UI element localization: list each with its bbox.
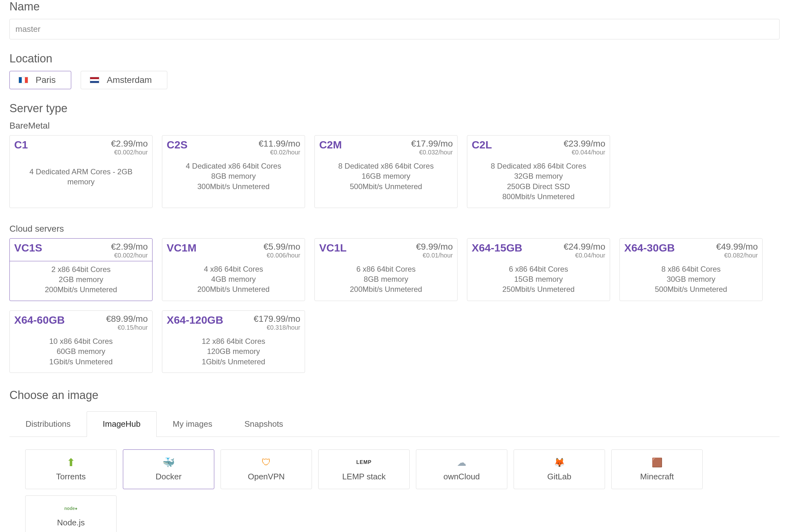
location-amsterdam[interactable]: Amsterdam: [81, 71, 167, 89]
image-card-minecraft[interactable]: 🟫Minecraft: [611, 450, 703, 489]
server-card-x64-60gb[interactable]: X64-60GB€89.99/mo€0.15/hour10 x86 64bit …: [9, 310, 153, 373]
image-card-torrents[interactable]: ⬆Torrents: [25, 450, 117, 489]
image-card-label: Docker: [156, 472, 181, 481]
server-card-c1[interactable]: C1€2.99/mo€0.002/hour4 Dedicated ARM Cor…: [9, 135, 153, 208]
lemp-icon: LEMP: [355, 457, 372, 468]
tab-imagehub[interactable]: ImageHub: [86, 411, 157, 437]
image-card-gitlab[interactable]: 🦊GitLab: [514, 450, 605, 489]
server-card-price: €24.99/mo€0.04/hour: [564, 242, 605, 259]
server-card-specs: 8 Dedicated x86 64bit Cores16GB memory50…: [315, 158, 457, 197]
image-card-label: LEMP stack: [342, 472, 386, 481]
server-card-x64-15gb[interactable]: X64-15GB€24.99/mo€0.04/hour6 x86 64bit C…: [467, 238, 610, 301]
server-card-name: C2L: [472, 139, 492, 151]
server-card-price: €5.99/mo€0.006/hour: [264, 242, 300, 259]
server-group-heading: Cloud servers: [9, 224, 780, 234]
flag-nl-icon: [90, 77, 99, 83]
location-paris[interactable]: Paris: [9, 71, 71, 89]
server-card-specs: 2 x86 64bit Cores2GB memory200Mbit/s Unm…: [10, 261, 152, 301]
tab-my-images[interactable]: My images: [157, 411, 228, 437]
torrent-icon: ⬆: [62, 457, 79, 468]
server-card-name: C2M: [319, 139, 342, 151]
server-card-name: C2S: [167, 139, 188, 151]
image-tabs: DistributionsImageHubMy imagesSnapshots: [9, 411, 780, 437]
server-card-name: VC1M: [167, 242, 196, 254]
image-card-owncloud[interactable]: ☁ownCloud: [416, 450, 507, 489]
server-card-price: €179.99/mo€0.318/hour: [254, 314, 300, 331]
image-card-label: GitLab: [547, 472, 572, 481]
image-card-label: ownCloud: [443, 472, 480, 481]
server-card-specs: 4 Dedicated ARM Cores - 2GB memory: [10, 158, 152, 196]
server-card-price: €49.99/mo€0.082/hour: [716, 242, 758, 259]
server-card-vc1s[interactable]: VC1S€2.99/mo€0.002/hour2 x86 64bit Cores…: [9, 238, 153, 301]
server-card-price: €2.99/mo€0.002/hour: [111, 242, 148, 259]
image-card-label: OpenVPN: [248, 472, 285, 481]
server-card-name: VC1L: [319, 242, 347, 254]
server-card-name: X64-120GB: [167, 314, 224, 326]
server-card-price: €9.99/mo€0.01/hour: [416, 242, 453, 259]
location-label: Paris: [36, 75, 56, 85]
server-card-vc1m[interactable]: VC1M€5.99/mo€0.006/hour4 x86 64bit Cores…: [162, 238, 305, 301]
server-card-specs: 8 x86 64bit Cores30GB memory500Mbit/s Un…: [620, 261, 762, 300]
image-card-openvpn[interactable]: 🛡OpenVPN: [220, 450, 312, 489]
server-card-specs: 4 Dedicated x86 64bit Cores8GB memory300…: [162, 158, 305, 197]
image-card-label: Node.js: [57, 518, 85, 528]
server-card-price: €11.99/mo€0.02/hour: [259, 139, 300, 156]
tab-snapshots[interactable]: Snapshots: [228, 411, 299, 437]
image-card-lemp-stack[interactable]: LEMPLEMP stack: [318, 450, 410, 489]
server-group-heading: BareMetal: [9, 121, 780, 131]
heading-location: Location: [9, 52, 780, 65]
nodejs-icon: node●: [62, 503, 79, 514]
server-card-name: X64-60GB: [14, 314, 65, 326]
server-card-vc1l[interactable]: VC1L€9.99/mo€0.01/hour6 x86 64bit Cores8…: [314, 238, 458, 301]
location-list: Paris Amsterdam: [9, 71, 780, 89]
server-card-specs: 4 x86 64bit Cores4GB memory200Mbit/s Unm…: [162, 261, 305, 300]
server-card-price: €17.99/mo€0.032/hour: [411, 139, 453, 156]
server-card-c2s[interactable]: C2S€11.99/mo€0.02/hour4 Dedicated x86 64…: [162, 135, 305, 208]
minecraft-icon: 🟫: [649, 457, 666, 468]
server-card-x64-120gb[interactable]: X64-120GB€179.99/mo€0.318/hour12 x86 64b…: [162, 310, 305, 373]
heading-server-type: Server type: [9, 102, 780, 115]
gitlab-icon: 🦊: [551, 457, 568, 468]
server-card-row: C1€2.99/mo€0.002/hour4 Dedicated ARM Cor…: [9, 135, 780, 208]
image-card-label: Minecraft: [640, 472, 674, 481]
heading-choose-image: Choose an image: [9, 388, 780, 402]
server-card-specs: 6 x86 64bit Cores8GB memory200Mbit/s Unm…: [315, 261, 457, 300]
server-card-name: C1: [14, 139, 28, 151]
server-card-x64-30gb[interactable]: X64-30GB€49.99/mo€0.082/hour8 x86 64bit …: [619, 238, 763, 301]
server-card-specs: 12 x86 64bit Cores120GB memory1Gbit/s Un…: [162, 333, 305, 373]
heading-name: Name: [9, 0, 780, 13]
server-card-row: VC1S€2.99/mo€0.002/hour2 x86 64bit Cores…: [9, 238, 780, 373]
server-card-price: €89.99/mo€0.15/hour: [106, 314, 148, 331]
flag-fr-icon: [19, 77, 28, 83]
openvpn-icon: 🛡: [258, 457, 275, 468]
image-card-docker[interactable]: 🐳Docker: [123, 450, 214, 489]
server-card-price: €2.99/mo€0.002/hour: [111, 139, 148, 156]
server-card-name: X64-15GB: [472, 242, 522, 254]
location-label: Amsterdam: [107, 75, 152, 85]
docker-icon: 🐳: [160, 457, 177, 468]
owncloud-icon: ☁: [453, 457, 470, 468]
server-card-price: €23.99/mo€0.044/hour: [564, 139, 605, 156]
server-card-name: VC1S: [14, 242, 42, 254]
server-card-specs: 8 Dedicated x86 64bit Cores32GB memory25…: [467, 158, 610, 208]
tab-distributions[interactable]: Distributions: [9, 411, 86, 437]
server-name-input[interactable]: [9, 19, 780, 39]
image-card-label: Torrents: [56, 472, 86, 481]
server-card-name: X64-30GB: [624, 242, 675, 254]
image-card-node-js[interactable]: node●Node.js: [25, 495, 117, 532]
imagehub-row-1: ⬆Torrents🐳Docker🛡OpenVPNLEMPLEMP stack☁o…: [9, 437, 780, 532]
server-card-c2m[interactable]: C2M€17.99/mo€0.032/hour8 Dedicated x86 6…: [314, 135, 458, 208]
server-card-c2l[interactable]: C2L€23.99/mo€0.044/hour8 Dedicated x86 6…: [467, 135, 610, 208]
server-card-specs: 6 x86 64bit Cores15GB memory250Mbit/s Un…: [467, 261, 610, 300]
server-card-specs: 10 x86 64bit Cores60GB memory1Gbit/s Unm…: [10, 333, 152, 373]
